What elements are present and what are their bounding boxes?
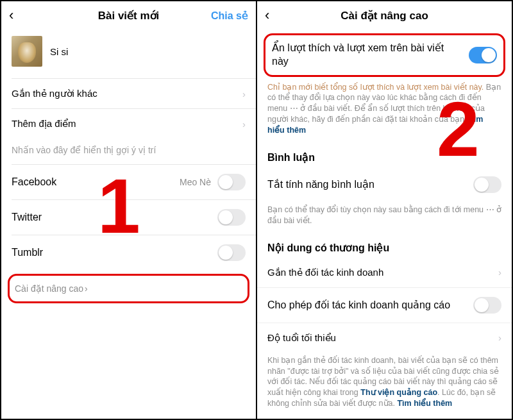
header: ‹ Cài đặt nâng cao <box>257 1 512 29</box>
chevron-right-icon: › <box>498 332 501 343</box>
ad-library-link[interactable]: Thư viện quảng cáo <box>360 388 437 397</box>
tag-people-label: Gắn thẻ người khác <box>12 88 97 99</box>
facebook-toggle[interactable] <box>217 174 246 190</box>
twitter-label: Twitter <box>12 212 42 223</box>
minimum-age-label: Độ tuổi tối thiểu <box>267 332 336 344</box>
header: ‹ Bài viết mới Chia sẻ <box>1 1 256 29</box>
new-post-screen: ‹ Bài viết mới Chia sẻ Si si Gắn thẻ ngư… <box>1 1 257 419</box>
share-button[interactable]: Chia sẻ <box>211 10 248 22</box>
experiment-footnote: * Chúng tôi đang thử nghiệm một điểm tha… <box>257 416 512 419</box>
page-title: Cài đặt nâng cao <box>257 9 512 22</box>
share-tumblr-row: Tumblr <box>1 235 256 270</box>
tumblr-toggle[interactable] <box>217 244 246 261</box>
comments-section-title: Bình luận <box>257 142 512 167</box>
share-facebook-row: Facebook Meo Nè <box>1 165 256 199</box>
location-hint[interactable]: Nhấn vào đây để hiển thị gợi ý vị trí <box>1 139 256 164</box>
twitter-toggle[interactable] <box>217 209 246 226</box>
minimum-age-row[interactable]: Độ tuổi tối thiểu › <box>257 323 512 353</box>
avatar <box>12 36 42 67</box>
chevron-right-icon: › <box>498 267 501 278</box>
add-location-row[interactable]: Thêm địa điểm › <box>1 109 256 139</box>
hide-likes-description: Chỉ bạn mới biết tổng số lượt thích và l… <box>257 80 512 142</box>
hide-likes-toggle[interactable] <box>469 47 497 63</box>
add-location-label: Thêm địa điểm <box>12 118 76 130</box>
turn-off-comments-toggle[interactable] <box>473 176 501 193</box>
tag-business-partner-label: Gắn thẻ đối tác kinh doanh <box>267 267 383 278</box>
turn-off-comments-desc: Bạn có thể thay đổi tùy chọn này sau bằn… <box>257 202 512 233</box>
tag-business-partner-row[interactable]: Gắn thẻ đối tác kinh doanh › <box>257 258 512 287</box>
share-twitter-row: Twitter <box>1 200 256 235</box>
allow-partner-ads-toggle[interactable] <box>473 297 501 314</box>
advanced-settings-screen: ‹ Cài đặt nâng cao Ẩn lượt thích và lượt… <box>257 1 512 419</box>
branded-content-section-title: Nội dung có thương hiệu <box>257 233 512 258</box>
back-button[interactable]: ‹ <box>9 7 13 24</box>
hide-likes-highlight: Ẩn lượt thích và lượt xem trên bài viết … <box>264 33 505 77</box>
turn-off-comments-label: Tắt tính năng bình luận <box>267 178 374 190</box>
back-button[interactable]: ‹ <box>265 7 269 24</box>
facebook-account: Meo Nè <box>180 177 211 187</box>
tumblr-label: Tumblr <box>12 247 43 258</box>
facebook-label: Facebook <box>12 176 56 188</box>
user-row: Si si <box>1 29 256 78</box>
tag-people-row[interactable]: Gắn thẻ người khác › <box>1 79 256 108</box>
chevron-right-icon: › <box>242 88 246 99</box>
allow-partner-ads-row: Cho phép đối tác kinh doanh quảng cáo <box>257 288 512 323</box>
advanced-settings-label: Cài đặt nâng cao <box>15 283 83 294</box>
branded-content-description: Khi bạn gắn thẻ đối tác kinh doanh, bài … <box>257 353 512 416</box>
hide-likes-label: Ẩn lượt thích và lượt xem trên bài viết … <box>272 42 462 69</box>
username: Si si <box>50 46 68 57</box>
chevron-right-icon: › <box>85 283 88 294</box>
advanced-settings-link[interactable]: Cài đặt nâng cao › <box>15 283 242 294</box>
turn-off-comments-row: Tắt tính năng bình luận <box>257 167 512 202</box>
hide-likes-desc-lead: Chỉ bạn mới biết tổng số lượt thích và l… <box>267 83 484 92</box>
learn-more-link-2[interactable]: Tìm hiểu thêm <box>397 399 452 408</box>
chevron-right-icon: › <box>242 119 246 130</box>
allow-partner-ads-label: Cho phép đối tác kinh doanh quảng cáo <box>267 299 450 311</box>
advanced-settings-highlight: Cài đặt nâng cao › <box>8 274 249 303</box>
